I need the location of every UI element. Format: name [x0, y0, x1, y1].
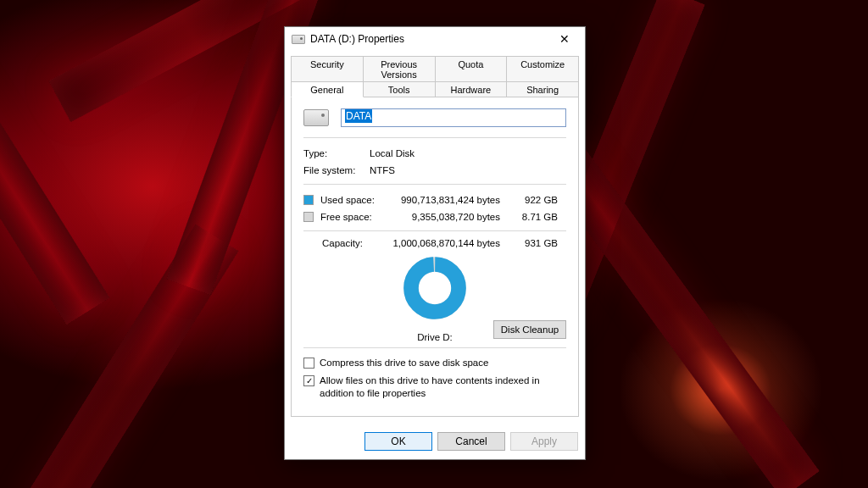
- capacity-human: 931 GB: [507, 238, 558, 248]
- compress-label: Compress this drive to save disk space: [320, 357, 488, 369]
- tab-hardware[interactable]: Hardware: [436, 81, 508, 97]
- apply-button[interactable]: Apply: [510, 432, 578, 451]
- titlebar[interactable]: DATA (D:) Properties ✕: [285, 27, 585, 51]
- free-space-label: Free space:: [320, 208, 372, 225]
- type-value: Local Disk: [370, 145, 566, 162]
- free-space-human: 8.71 GB: [507, 208, 558, 225]
- divider: [303, 347, 566, 348]
- close-button[interactable]: ✕: [546, 27, 583, 51]
- volume-name-input[interactable]: DATA: [341, 108, 566, 127]
- divider: [303, 137, 566, 138]
- dialog-body: Security Previous Versions Quota Customi…: [285, 51, 585, 424]
- capacity-bytes: 1,000,068,870,144 bytes: [383, 238, 507, 248]
- donut-chart-icon: [403, 257, 466, 319]
- drive-icon: [292, 35, 305, 44]
- properties-dialog: DATA (D:) Properties ✕ Security Previous…: [284, 26, 586, 460]
- tabs: Security Previous Versions Quota Customi…: [291, 56, 579, 417]
- used-swatch-icon: [303, 195, 314, 205]
- filesystem-value: NTFS: [370, 162, 566, 179]
- checkbox-icon[interactable]: ✓: [303, 375, 314, 386]
- compress-checkbox-row[interactable]: Compress this drive to save disk space: [303, 357, 566, 369]
- tab-panel-general: DATA Type: Local Disk File system: NTFS: [291, 97, 579, 417]
- tab-tools[interactable]: Tools: [364, 81, 436, 97]
- free-space-bytes: 9,355,038,720 bytes: [383, 208, 507, 225]
- used-space-bytes: 990,713,831,424 bytes: [383, 191, 507, 208]
- cancel-button[interactable]: Cancel: [437, 432, 505, 451]
- checkbox-icon[interactable]: [303, 358, 314, 369]
- divider: [303, 184, 566, 185]
- filesystem-label: File system:: [303, 162, 370, 179]
- divider: [303, 230, 566, 231]
- tab-customize[interactable]: Customize: [507, 56, 579, 81]
- type-label: Type:: [303, 145, 370, 162]
- usage-chart: Drive D: Disk Cleanup: [303, 253, 566, 342]
- used-space-label: Used space:: [320, 191, 375, 208]
- tab-quota[interactable]: Quota: [436, 56, 508, 81]
- drive-icon: [303, 109, 329, 126]
- tab-general[interactable]: General: [291, 81, 364, 97]
- index-label: Allow files on this drive to have conten…: [320, 374, 566, 400]
- free-swatch-icon: [303, 212, 314, 222]
- bg-shape: [0, 0, 109, 324]
- window-title: DATA (D:) Properties: [310, 33, 546, 45]
- used-space-human: 922 GB: [507, 191, 558, 208]
- disk-cleanup-button[interactable]: Disk Cleanup: [493, 320, 566, 339]
- index-checkbox-row[interactable]: ✓ Allow files on this drive to have cont…: [303, 374, 566, 400]
- tab-previous-versions[interactable]: Previous Versions: [364, 56, 436, 81]
- capacity-label: Capacity:: [303, 238, 383, 248]
- ok-button[interactable]: OK: [364, 432, 432, 451]
- desktop-background: DATA (D:) Properties ✕ Security Previous…: [0, 0, 868, 488]
- tab-sharing[interactable]: Sharing: [507, 81, 579, 97]
- tab-security[interactable]: Security: [291, 56, 364, 81]
- svg-point-2: [420, 273, 449, 302]
- drive-letter-label: Drive D:: [417, 332, 453, 342]
- dialog-buttons: OK Cancel Apply: [285, 424, 585, 459]
- volume-name-text: DATA: [345, 109, 372, 123]
